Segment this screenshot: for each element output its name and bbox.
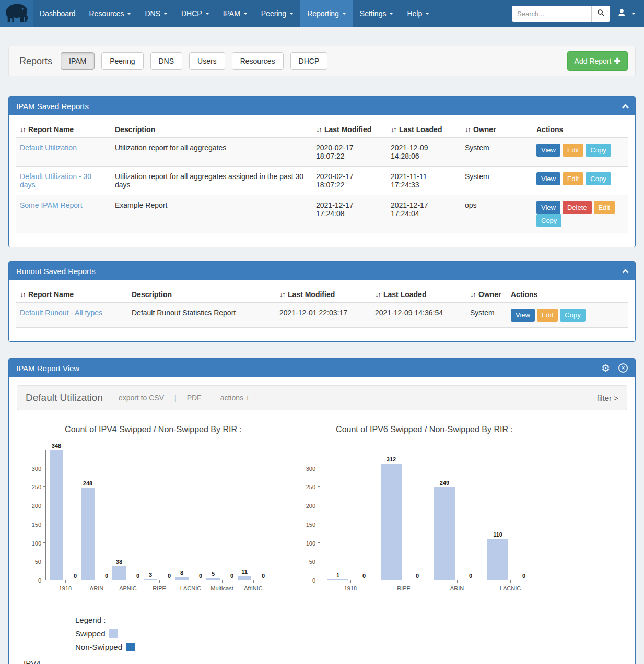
nav-item-ipam[interactable]: IPAM	[216, 0, 254, 27]
bar-swipped	[206, 578, 220, 580]
bar-swipped	[175, 577, 189, 580]
ipam-saved-reports-body: Report NameDescriptionLast ModifiedLast …	[9, 115, 635, 247]
copy-button[interactable]: Copy	[560, 309, 585, 322]
edit-button[interactable]: Edit	[594, 201, 615, 214]
chevron-down-icon	[243, 13, 248, 15]
ipam-report-view-header: IPAM Report View ⚙	[9, 359, 635, 377]
nav-item-help[interactable]: Help	[400, 0, 436, 27]
ipam-report-view-body: Default Utilization export to CSV | PDF …	[9, 385, 635, 664]
column-header-last-loaded[interactable]: Last Loaded	[387, 121, 461, 138]
x-tick-mark	[97, 580, 97, 583]
bar-swipped	[487, 539, 508, 580]
y-tick-label: 250	[306, 484, 315, 490]
column-header-last-modified[interactable]: Last Modified	[275, 286, 371, 303]
view-button[interactable]: View	[536, 201, 560, 214]
x-tick-label: AfriNIC	[244, 585, 262, 591]
tab-dhcp[interactable]: DHCP	[290, 52, 328, 70]
nav-item-resources[interactable]: Resources	[83, 0, 138, 27]
y-tick-label: 100	[306, 540, 315, 547]
panel-title: Runout Saved Reports	[16, 267, 96, 276]
table-row: Default UtilizationUtilization report fo…	[16, 138, 628, 167]
sort-icon	[391, 125, 399, 134]
cell-loaded: 2021-11-11 17:24:33	[387, 167, 461, 195]
cell-loaded: 2021-12-09 14:28:06	[387, 138, 461, 167]
bar-swipped	[327, 579, 348, 580]
edit-button[interactable]: Edit	[563, 172, 583, 185]
cell-description: Example Report	[111, 195, 312, 233]
nav-item-label: Peering	[261, 9, 286, 18]
nav-item-dashboard[interactable]: Dashboard	[33, 0, 83, 27]
page-title: Reports	[19, 56, 52, 67]
nav-item-dns[interactable]: DNS	[138, 0, 174, 27]
y-tick-label: 0	[38, 577, 41, 584]
add-report-button[interactable]: Add Report✚	[567, 51, 628, 71]
report-name-link[interactable]: Default Utilization	[20, 144, 77, 152]
tab-ipam[interactable]: IPAM	[61, 52, 95, 70]
search-input[interactable]	[512, 6, 591, 22]
chevron-down-icon	[289, 13, 294, 15]
x-tick-mark	[159, 580, 160, 583]
bar-value-label: 0	[262, 573, 265, 579]
y-tick-mark	[43, 542, 45, 543]
bar-swipped	[434, 487, 455, 580]
view-button[interactable]: View	[536, 172, 560, 185]
table-row: Default Runout - All typesDefault Runout…	[16, 303, 628, 328]
column-header-owner[interactable]: Owner	[461, 121, 532, 138]
y-tick-mark	[318, 561, 320, 561]
column-header-owner[interactable]: Owner	[466, 286, 507, 303]
column-header-report-name[interactable]: Report Name	[16, 286, 127, 303]
nav-item-reporting[interactable]: Reporting	[300, 0, 353, 27]
close-icon[interactable]	[618, 363, 628, 373]
cell-modified: 2020-02-17 18:07:22	[312, 138, 387, 167]
x-tick-label: LACNIC	[500, 585, 521, 591]
tab-peering[interactable]: Peering	[101, 52, 143, 70]
copy-button[interactable]: Copy	[586, 172, 611, 185]
report-name-link[interactable]: Default Utilization - 30 days	[20, 172, 91, 189]
nav-item-dhcp[interactable]: DHCP	[174, 0, 216, 27]
tab-dns[interactable]: DNS	[150, 52, 183, 70]
brand-logo[interactable]	[0, 0, 33, 27]
collapse-chevron-icon[interactable]	[622, 104, 629, 111]
user-icon	[617, 8, 626, 19]
bar-swipped	[112, 566, 126, 580]
export-csv-link[interactable]: export to CSV	[119, 394, 164, 402]
collapse-chevron-icon[interactable]	[622, 269, 629, 276]
report-name-link[interactable]: Some IPAM Report	[20, 201, 83, 209]
search-button[interactable]	[591, 6, 610, 22]
edit-button[interactable]: Edit	[537, 309, 558, 322]
x-tick-label: ARIN	[450, 585, 464, 591]
report-name-link[interactable]: Default Runout - All types	[20, 309, 102, 317]
delete-button[interactable]: Delete	[563, 201, 592, 214]
view-button[interactable]: View	[511, 309, 535, 322]
cell-owner: System	[461, 167, 532, 195]
column-header-report-name[interactable]: Report Name	[16, 121, 111, 138]
actions-menu-link[interactable]: actions +	[220, 394, 250, 402]
nav-item-settings[interactable]: Settings	[353, 0, 401, 27]
column-header-last-modified[interactable]: Last Modified	[312, 121, 387, 138]
chevron-down-icon	[163, 13, 168, 15]
view-button[interactable]: View	[536, 144, 560, 157]
tab-users[interactable]: Users	[189, 52, 225, 70]
column-header-last-loaded[interactable]: Last Loaded	[371, 286, 466, 303]
bar-value-label: 248	[83, 480, 92, 487]
user-menu[interactable]	[617, 8, 636, 19]
x-tick-mark	[253, 580, 254, 583]
tab-resources[interactable]: Resources	[232, 52, 284, 70]
y-tick-mark	[43, 468, 45, 468]
y-tick-mark	[43, 505, 45, 505]
export-pdf-link[interactable]: PDF	[187, 394, 202, 402]
gear-icon[interactable]: ⚙	[601, 363, 610, 373]
cell-description: Default Runout Statistics Report	[127, 303, 275, 328]
nav-item-peering[interactable]: Peering	[254, 0, 300, 27]
y-tick-label: 250	[32, 484, 41, 490]
x-tick-label: ARIN	[90, 585, 103, 591]
edit-button[interactable]: Edit	[563, 144, 583, 157]
plus-icon: ✚	[614, 56, 620, 65]
legend-item: Swipped	[75, 629, 635, 638]
filter-toggle[interactable]: filter >	[597, 394, 618, 402]
copy-button[interactable]: Copy	[536, 214, 561, 227]
ipam-saved-reports-header: IPAM Saved Reports	[9, 97, 635, 115]
search-group	[512, 6, 610, 22]
copy-button[interactable]: Copy	[586, 144, 611, 157]
bar-swipped	[238, 576, 251, 580]
